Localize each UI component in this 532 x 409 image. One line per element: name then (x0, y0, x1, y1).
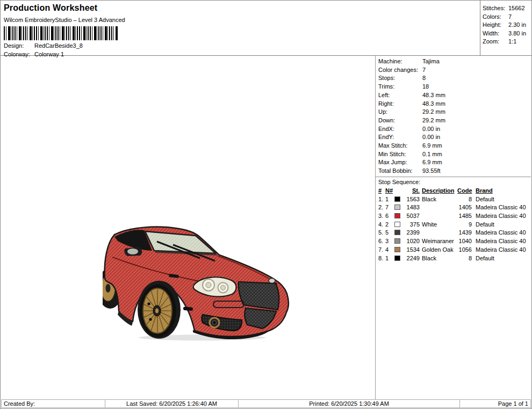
machine-row: Stops:8 (378, 74, 531, 83)
machine-row: Left:48.3 mm (378, 91, 531, 100)
footer-printed: Printed: 6/20/2025 1:30:49 AM (238, 399, 460, 408)
design-label: Design: (4, 42, 34, 50)
stop-sequence-row: 8.1 2249Black 8Default (376, 254, 531, 262)
design-preview-area (1, 56, 375, 399)
thread-color-swatch (394, 255, 400, 261)
stop-sequence-row: 7.4 1534Golden Oak 1056Madeira Classic 4… (376, 245, 531, 254)
machine-row: Min Stitch:0.1 mm (378, 150, 531, 159)
design-value: RedCarBeside3_8 (34, 42, 83, 49)
machine-row: Color changes:7 (378, 66, 531, 75)
header: Production Worksheet Wilcom EmbroiderySt… (4, 2, 369, 59)
thread-color-swatch (394, 204, 400, 210)
stop-sequence-row: 2.7 1483 1405Madeira Classic 40 (376, 203, 531, 212)
car-grille (239, 282, 279, 310)
machine-info-list: Machine:Tajima Color changes:7 Stops:8 T… (376, 56, 531, 177)
car-badge (269, 279, 275, 283)
design-field: Design:RedCarBeside3_8 (4, 42, 369, 50)
footer-created-by: Created By: (1, 399, 105, 408)
red-car-embroidery-image (103, 225, 291, 342)
machine-row: Right:48.3 mm (378, 100, 531, 108)
production-worksheet-page: Production Worksheet Wilcom EmbroiderySt… (0, 0, 532, 409)
summary-row-width: Width:3.80 in (483, 30, 530, 38)
page-title: Production Worksheet (4, 2, 369, 13)
stop-sequence-row: 5.5 2399 1439Madeira Classic 40 (376, 229, 531, 237)
stop-sequence-title: Stop Sequence: (376, 177, 531, 186)
stop-sequence-row: 6.3 1020Weimaraner 1040Madeira Classic 4… (376, 237, 531, 245)
thread-color-swatch (394, 238, 400, 244)
machine-row: Trims:18 (378, 83, 531, 91)
thread-color-swatch (394, 196, 400, 202)
design-preview (103, 225, 291, 344)
footer-page-number: Page 1 of 1 (459, 399, 531, 408)
stop-sequence-row: 1.1 1563Black 8Default (376, 195, 531, 203)
machine-row: Total Bobbin:93.55ft (378, 167, 531, 176)
header-stats-divider (480, 1, 480, 56)
machine-row: Max Stitch:6.9 mm (378, 142, 531, 150)
summary-row-zoom: Zoom:1:1 (483, 38, 530, 46)
machine-row: Machine:Tajima (378, 57, 531, 66)
machine-row: Down:29.2 mm (378, 116, 531, 125)
thread-color-swatch (394, 247, 400, 252)
machine-row: EndY:0.00 in (378, 133, 531, 142)
car-front-wheel (138, 281, 181, 339)
stop-sequence-row: 4.2 375White 9Default (376, 220, 531, 229)
thread-color-swatch (394, 213, 400, 218)
app-subtitle: Wilcom EmbroideryStudio – Level 3 Advanc… (4, 16, 369, 24)
thread-color-swatch (394, 222, 400, 227)
machine-row: Up:29.2 mm (378, 108, 531, 116)
machine-row: EndX:0.00 in (378, 125, 531, 134)
summary-row-colors: Colors:7 (483, 13, 530, 21)
stop-sequence-row: 3.6 5037 1485Madeira Classic 40 (376, 211, 531, 220)
stop-sequence-header: # N# St. Description Code Brand (376, 186, 531, 195)
machine-panel: Machine:Tajima Color changes:7 Stops:8 T… (376, 56, 531, 262)
summary-row-height: Height:2.30 in (483, 21, 530, 30)
machine-row: Max Jump:6.9 mm (378, 158, 531, 167)
barcode-icon (4, 26, 118, 40)
summary-box: Stitches:15662 Colors:7 Height:2.30 in W… (483, 4, 530, 46)
car-side-marker (183, 306, 193, 311)
footer: Created By: Last Saved: 6/20/2025 1:26:4… (1, 399, 531, 408)
summary-row-stitches: Stitches:15662 (483, 4, 530, 13)
footer-last-saved: Last Saved: 6/20/2025 1:26:40 AM (105, 399, 239, 408)
thread-color-swatch (394, 230, 400, 235)
